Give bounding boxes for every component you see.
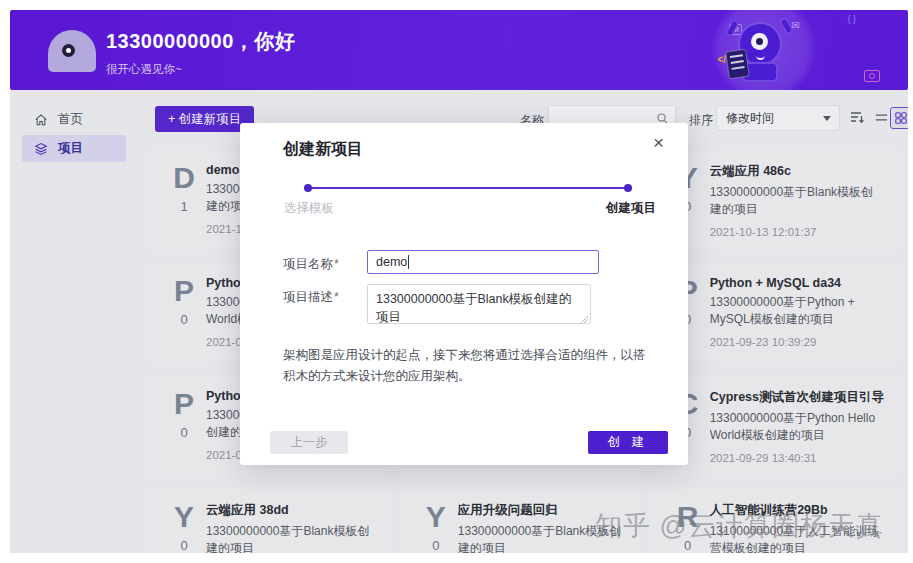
required-mark: * (334, 290, 339, 304)
create-submit-button[interactable]: 创 建 (588, 431, 668, 454)
stepper-dot-create (624, 184, 632, 192)
camera-badge-icon (864, 70, 880, 82)
previous-step-button[interactable]: 上一步 (270, 431, 348, 454)
robot-mouth (756, 53, 765, 60)
resize-grip-icon[interactable] (580, 315, 588, 323)
user-avatar[interactable] (48, 30, 96, 72)
avatar-eye-icon (62, 44, 75, 57)
project-name-value: demo (376, 255, 407, 269)
close-icon[interactable]: × (653, 133, 664, 152)
required-mark: * (334, 257, 339, 271)
greeting-text: 13300000000，你好 (106, 28, 295, 55)
project-desc-label: 项目描述* (283, 289, 339, 306)
project-name-label: 项目名称* (283, 256, 339, 273)
greeting-subtitle: 很开心遇见你~ (106, 62, 295, 77)
architecture-note: 架构图是应用设计的起点，接下来您将通过选择合适的组件，以搭积木的方式来设计您的应… (283, 345, 649, 386)
project-desc-textarea[interactable]: 13300000000基于Blank模板创建的项目 (367, 284, 591, 324)
robot-mascot-illustration: M ✉ { } </> (628, 10, 908, 90)
greeting-block: 13300000000，你好 很开心遇见你~ (106, 28, 295, 77)
modal-title: 创建新项目 (283, 139, 363, 160)
robot-tablet (725, 49, 750, 80)
app-window: 13300000000，你好 很开心遇见你~ M ✉ { } </> (10, 10, 908, 553)
step-label-choose-template: 选择模板 (284, 200, 334, 217)
step-label-create-project: 创建项目 (606, 200, 656, 217)
create-project-modal: 创建新项目 × 选择模板 创建项目 项目名称* demo 项目描述* 13300… (240, 123, 688, 465)
mail-badge-icon: ✉ (792, 20, 800, 31)
project-name-input[interactable]: demo (367, 250, 599, 274)
watermark-text: 知乎 @云计算圈杨天真 (595, 508, 884, 544)
stepper-dot-templates (304, 184, 312, 192)
braces-badge-icon: { } (847, 14, 856, 24)
robot-eye (751, 33, 768, 50)
content-area: 首页 项目 + 创建新项目 名称 排序 修改时间 (10, 90, 908, 553)
text-caret (408, 255, 409, 269)
header-banner: 13300000000，你好 很开心遇见你~ M ✉ { } </> (10, 10, 908, 90)
stepper-line (308, 187, 628, 189)
